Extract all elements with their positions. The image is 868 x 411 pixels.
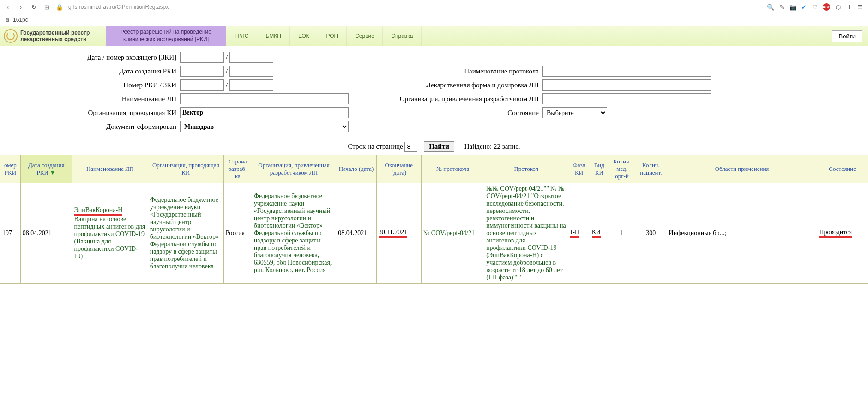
input-org-dev[interactable] xyxy=(542,93,711,104)
nav-eek[interactable]: ЕЭК xyxy=(290,26,318,46)
found-text: Найдено: 22 запис. xyxy=(464,143,520,150)
login-button[interactable]: Войти xyxy=(832,30,862,42)
input-zki-num[interactable] xyxy=(229,52,273,63)
download-icon[interactable]: ⤓ xyxy=(846,4,852,10)
edit-icon[interactable]: ✎ xyxy=(778,4,785,10)
rows-label: Строк на странице xyxy=(348,143,403,150)
th-end: Окончание (дата) xyxy=(376,155,421,183)
lock-icon: 🔒 xyxy=(56,4,63,10)
input-protocol-name[interactable] xyxy=(542,66,711,77)
th-lp: Наименование ЛП xyxy=(72,155,148,183)
cell-org-ki: Федеральное бюджетное учреждение науки «… xyxy=(148,183,223,284)
rows-per-page-input[interactable] xyxy=(404,142,417,152)
label-rki-num: Номер РКИ / ЗКИ xyxy=(9,81,180,89)
label-org-ki: Организация, проводящая КИ xyxy=(9,109,180,117)
select-doc-formed[interactable]: Минздрав xyxy=(180,121,349,132)
nav-service[interactable]: Сервис xyxy=(347,26,383,46)
table-row[interactable]: 197 08.04.2021 ЭпиВакКорона-Н Вакцина на… xyxy=(0,183,868,284)
th-patients: Колич. пациент. xyxy=(635,155,667,183)
browser-toolbar: ‹ › ↻ ⊞ 🔒 grls.rosminzdrav.ru/CiPermitio… xyxy=(0,0,868,14)
cell-type: КИ xyxy=(590,183,609,284)
label-state: Состояние xyxy=(351,109,542,117)
input-zki-date[interactable] xyxy=(180,52,224,63)
site-title-1: Государственный реестр xyxy=(20,30,90,36)
lp-link[interactable]: ЭпиВакКорона-Н xyxy=(74,206,123,213)
back-icon[interactable]: ‹ xyxy=(5,4,11,10)
label-lp-name: Наименование ЛП xyxy=(9,95,180,103)
nav-grls[interactable]: ГРЛС xyxy=(226,26,257,46)
cube-icon[interactable]: ⬡ xyxy=(835,4,841,10)
th-state: Состояние xyxy=(817,155,868,183)
nav-help[interactable]: Справка xyxy=(383,26,422,46)
th-phase: Фаза КИ xyxy=(568,155,590,183)
label-rki-date: Дата создания РКИ xyxy=(9,67,180,75)
menu-icon[interactable]: ☰ xyxy=(857,4,863,10)
check-icon[interactable]: ✔ xyxy=(801,4,807,10)
th-orgcount: Колич. мед. орг-й xyxy=(609,155,635,183)
cell-end: 30.11.2021 xyxy=(376,183,421,284)
site-title-2: лекарственных средств xyxy=(20,36,90,42)
label-org-dev: Организация, привлеченная разработчиком … xyxy=(351,95,542,103)
cell-country: Россия xyxy=(223,183,252,284)
select-state[interactable]: Выберите xyxy=(542,107,607,118)
cell-num: 197 xyxy=(0,183,21,284)
sort-down-icon: ▼ xyxy=(49,169,56,176)
forward-icon[interactable]: › xyxy=(18,4,24,10)
cell-proto-num: № COV/pept-04/21 xyxy=(421,183,484,284)
logo-swirl-icon xyxy=(4,29,18,43)
site-header: Государственный реестр лекарственных сре… xyxy=(0,26,868,46)
doc-icon: 🗎 xyxy=(5,17,10,23)
logo[interactable]: Государственный реестр лекарственных сре… xyxy=(0,26,106,46)
filter-form: Дата / номер входящего [ЗКИ] / Дата созд… xyxy=(0,46,868,139)
th-type: Вид КИ xyxy=(590,155,609,183)
input-rki-date1[interactable] xyxy=(180,66,224,77)
label-protocol-name: Наименование протокола xyxy=(351,67,542,75)
th-proto-num: № протокола xyxy=(421,155,484,183)
tab-title[interactable]: 161pc xyxy=(13,17,28,23)
reload-icon[interactable]: ↻ xyxy=(30,4,37,10)
cell-lp: ЭпиВакКорона-Н Вакцина на основе пептидн… xyxy=(72,183,148,284)
url-text[interactable]: grls.rosminzdrav.ru/CiPermitionReg.aspx xyxy=(68,4,169,10)
cell-proto: №№ COV/pept-04/21"" № № COV/pept-04/21 "… xyxy=(484,183,568,284)
th-date: Дата создания РКИ▼ xyxy=(20,155,72,183)
input-zki-num2[interactable] xyxy=(229,79,273,91)
input-lek-form[interactable] xyxy=(542,79,711,91)
camera-icon[interactable]: 📷 xyxy=(790,4,796,10)
cell-area: Инфекционные бо...; xyxy=(667,183,817,284)
th-proto: Протокол xyxy=(484,155,568,183)
label-zki: Дата / номер входящего [ЗКИ] xyxy=(9,54,180,61)
slash: / xyxy=(224,54,229,61)
th-org-dev: Организация, привлеченная разработчиком … xyxy=(252,155,336,183)
nav-rop[interactable]: РОП xyxy=(318,26,347,46)
apps-icon[interactable]: ⊞ xyxy=(43,4,50,10)
th-country: Страна разраб-ка xyxy=(223,155,252,183)
tab-bar: 🗎 161pc xyxy=(0,14,868,26)
input-rki-date2[interactable] xyxy=(229,66,273,77)
nav-rki[interactable]: Реестр разрешений на проведение клиничес… xyxy=(106,26,226,46)
cell-orgcount: 1 xyxy=(609,183,635,284)
label-doc-formed: Документ сформирован xyxy=(9,123,180,131)
cell-phase: I-II xyxy=(568,183,590,284)
input-org-ki[interactable] xyxy=(180,107,349,118)
nav-bmkp[interactable]: БМКП xyxy=(257,26,290,46)
cell-org-dev: Федеральное бюджетное учреждение науки «… xyxy=(252,183,336,284)
find-button[interactable]: Найти xyxy=(424,141,454,152)
th-area: Области применения xyxy=(667,155,817,183)
cell-state: Проводится xyxy=(817,183,868,284)
th-start: Начало (дата) xyxy=(336,155,377,183)
th-org-ki: Организация, проводящая КИ xyxy=(148,155,223,183)
th-num: омер РКИ xyxy=(0,155,21,183)
input-rki-num[interactable] xyxy=(180,79,224,91)
table-header-row: омер РКИ Дата создания РКИ▼ Наименование… xyxy=(0,155,868,183)
cell-start: 08.04.2021 xyxy=(336,183,377,284)
input-lp-name[interactable] xyxy=(180,93,349,104)
results-table: омер РКИ Дата создания РКИ▼ Наименование… xyxy=(0,155,868,284)
cell-date: 08.04.2021 xyxy=(20,183,72,284)
abp-badge[interactable]: ABP xyxy=(823,3,830,11)
cell-patients: 300 xyxy=(635,183,667,284)
pager: Строк на странице Найти Найдено: 22 запи… xyxy=(0,139,868,155)
search-icon[interactable]: 🔍 xyxy=(767,4,774,10)
label-lek-form: Лекарственная форма и дозировка ЛП xyxy=(351,81,542,89)
heart-icon[interactable]: ♡ xyxy=(812,4,818,10)
